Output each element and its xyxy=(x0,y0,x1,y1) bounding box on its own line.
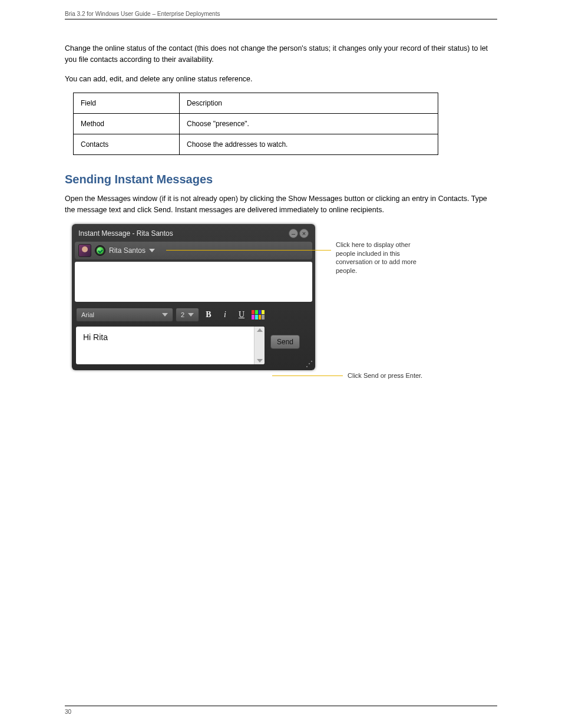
page-number: 30 xyxy=(65,709,71,715)
table-row: Method Choose "presence". xyxy=(74,114,438,134)
section-heading: Sending Instant Messages xyxy=(65,173,497,186)
scroll-down-icon[interactable] xyxy=(257,359,263,363)
chevron-down-icon[interactable] xyxy=(149,249,155,252)
table-row: Field Description xyxy=(74,93,438,114)
send-button[interactable]: Send xyxy=(270,335,300,349)
message-input[interactable]: Hi Rita xyxy=(76,327,265,364)
presence-icon xyxy=(95,245,105,256)
font-select-value: Arial xyxy=(81,311,94,318)
format-toolbar: Arial 2 B i U xyxy=(75,305,312,324)
table-cell: Method xyxy=(74,114,180,134)
resize-grip-icon[interactable]: ⋰ xyxy=(306,360,312,368)
chevron-down-icon xyxy=(188,313,194,317)
font-size-value: 2 xyxy=(181,311,184,318)
minimize-button[interactable]: – xyxy=(289,229,298,238)
im-window-title: Instant Message - Rita Santos xyxy=(78,229,287,238)
close-button[interactable]: × xyxy=(299,229,309,238)
conversation-area xyxy=(75,262,312,302)
table-cell: Description xyxy=(180,93,438,114)
callout-line xyxy=(272,375,343,376)
scroll-up-icon[interactable] xyxy=(257,328,263,332)
contact-bar[interactable]: Rita Santos xyxy=(75,242,312,259)
font-select[interactable]: Arial xyxy=(76,308,173,322)
table-cell: Choose the addresses to watch. xyxy=(180,134,438,155)
callout-line xyxy=(166,250,331,251)
paragraph-2: You can add, edit, and delete any online… xyxy=(65,74,497,85)
font-size-select[interactable]: 2 xyxy=(176,308,199,322)
contact-name: Rita Santos xyxy=(109,246,146,255)
message-input-text: Hi Rita xyxy=(76,327,254,364)
section-text: Open the Messages window (if it is not a… xyxy=(65,193,497,216)
im-window: Instant Message - Rita Santos – × Rita S… xyxy=(72,224,315,370)
italic-button[interactable]: i xyxy=(218,308,232,322)
footer-rule xyxy=(65,706,497,706)
table-row: Contacts Choose the addresses to watch. xyxy=(74,134,438,155)
callout-top: Click here to display other people inclu… xyxy=(336,241,425,275)
header-rule xyxy=(65,19,497,19)
table-cell: Field xyxy=(74,93,180,114)
underline-button[interactable]: U xyxy=(234,308,249,322)
page-header-left: Bria 3.2 for Windows User Guide – Enterp… xyxy=(65,11,220,17)
callout-bottom: Click Send or press Enter. xyxy=(348,371,422,380)
bold-button[interactable]: B xyxy=(201,308,216,322)
color-grid-icon xyxy=(252,310,265,319)
paragraph-1: Change the online status of the contact … xyxy=(65,43,497,65)
text-color-button[interactable] xyxy=(251,308,265,322)
scrollbar[interactable] xyxy=(254,327,265,364)
table-cell: Contacts xyxy=(74,134,180,155)
avatar xyxy=(78,244,91,257)
reference-table: Field Description Method Choose "presenc… xyxy=(73,93,438,155)
table-cell: Choose "presence". xyxy=(180,114,438,134)
chevron-down-icon xyxy=(162,313,168,317)
